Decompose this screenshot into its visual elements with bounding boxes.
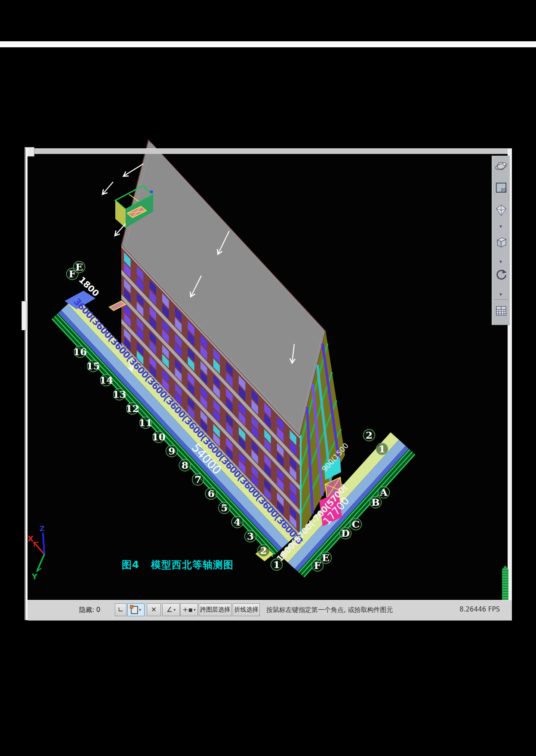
ortho-snap-button[interactable]: ∟ <box>115 603 126 616</box>
view-toolbar: 2D ▾ ▾ ▾ <box>492 156 510 325</box>
cross-select-button[interactable]: ✕ <box>147 603 161 616</box>
status-bar: 隐藏: 0 ∟ ▾ ✕ ∠▾ +▪▾ 跨图层选择 折线选择 按鼠标左键指定第一个… <box>28 600 512 621</box>
chevron-down-icon: ▾ <box>194 608 196 612</box>
svg-text:2D: 2D <box>500 187 506 192</box>
cross-icon: ✕ <box>151 606 157 613</box>
orbit-3d-icon[interactable] <box>494 158 508 175</box>
cube-view-icon[interactable] <box>494 234 508 250</box>
hidden-count-label: 隐藏: 0 <box>79 606 100 614</box>
model-viewport[interactable] <box>28 154 508 600</box>
angle-snap-button[interactable]: ∠▾ <box>162 603 180 616</box>
point-snap-button[interactable]: +▪▾ <box>180 603 198 616</box>
selection-box-icon <box>131 606 138 614</box>
window-top-border <box>25 148 512 154</box>
grid-table-icon[interactable] <box>494 303 508 319</box>
figure-caption: 图4 模型西北等轴测图 <box>122 558 234 572</box>
cross-layer-select-button[interactable]: 跨图层选择 <box>199 603 231 616</box>
toolbar-divider <box>494 299 508 300</box>
chevron-down-icon[interactable]: ▾ <box>497 224 504 230</box>
polyline-select-button[interactable]: 折线选择 <box>233 603 260 616</box>
chevron-down-icon[interactable]: ▾ <box>497 260 504 265</box>
perpendicular-icon: ∟ <box>118 606 123 613</box>
command-hint-text: 按鼠标左键指定第一个角点, 或拾取构件图元 <box>266 606 393 614</box>
isometric-view-icon[interactable] <box>494 202 508 218</box>
panel-collapse-handle[interactable] <box>22 301 27 330</box>
plus-snap-icon: +▪ <box>182 606 193 613</box>
chevron-down-icon: ▾ <box>139 608 141 612</box>
page-white-band <box>0 41 536 47</box>
chevron-down-icon[interactable]: ▾ <box>497 292 504 298</box>
chevron-down-icon: ▾ <box>173 608 176 612</box>
rotate-view-icon[interactable] <box>494 267 508 283</box>
angle-icon: ∠ <box>166 606 173 613</box>
window-left-border <box>26 148 28 620</box>
fps-counter: 8.26446 FPS <box>459 605 500 613</box>
box-select-button[interactable]: ▾ <box>127 603 145 616</box>
2d-view-icon[interactable]: 2D <box>494 180 508 196</box>
